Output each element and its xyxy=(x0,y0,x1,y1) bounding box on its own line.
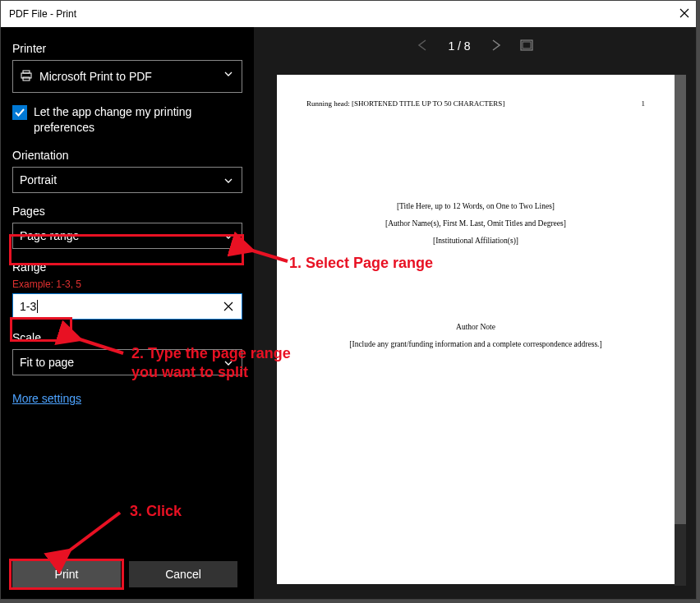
doc-author: [Author Name(s), First M. Last, Omit Tit… xyxy=(306,215,645,232)
scrollbar-thumb[interactable] xyxy=(675,75,686,524)
printer-selected: Microsoft Print to PDF xyxy=(39,70,152,83)
chevron-down-icon xyxy=(223,357,233,371)
svg-rect-4 xyxy=(523,42,531,48)
chevron-down-icon xyxy=(223,231,233,244)
orientation-selected: Portrait xyxy=(20,173,57,186)
pages-selected: Page range xyxy=(20,229,79,242)
range-example: Example: 1-3, 5 xyxy=(12,278,242,290)
dialog-buttons: Print Cancel xyxy=(12,561,237,587)
page-indicator: 1 / 8 xyxy=(448,39,470,53)
clear-icon[interactable] xyxy=(223,301,233,314)
cancel-button[interactable]: Cancel xyxy=(129,561,237,587)
close-icon[interactable] xyxy=(679,7,689,21)
more-settings-link[interactable]: More settings xyxy=(12,392,242,405)
checkbox-checked-icon[interactable] xyxy=(12,105,27,120)
checkbox-label: Let the app change my printing preferenc… xyxy=(34,104,242,136)
pages-dropdown[interactable]: Page range xyxy=(12,223,242,249)
pages-label: Pages xyxy=(12,205,242,218)
preview-panel: 1 / 8 Running head: [SHORTENED TITLE UP … xyxy=(254,27,696,599)
author-note-body: [Include any grant/funding information a… xyxy=(306,336,645,353)
preview-scrollbar[interactable] xyxy=(675,75,686,586)
chevron-down-icon xyxy=(223,175,233,188)
titlebar: PDF File - Print xyxy=(1,1,696,27)
page-number: 1 xyxy=(642,99,646,108)
printer-dropdown[interactable]: Microsoft Print to PDF xyxy=(12,60,242,93)
author-note-heading: Author Note xyxy=(306,319,645,336)
dialog-body: Printer Microsoft Print to PDF Let the a… xyxy=(1,27,696,599)
print-button[interactable]: Print xyxy=(12,561,121,587)
app-preferences-checkbox-row[interactable]: Let the app change my printing preferenc… xyxy=(12,104,242,136)
orientation-label: Orientation xyxy=(12,149,242,162)
svg-rect-1 xyxy=(23,71,30,73)
range-value: 1-3 xyxy=(20,300,36,313)
scale-selected: Fit to page xyxy=(20,356,74,369)
document-preview: Running head: [SHORTENED TITLE UP TO 50 … xyxy=(277,75,675,584)
doc-affiliation: [Institutional Affiliation(s)] xyxy=(306,232,645,250)
scale-dropdown[interactable]: Fit to page xyxy=(12,349,242,375)
settings-panel: Printer Microsoft Print to PDF Let the a… xyxy=(1,27,254,599)
preview-area: Running head: [SHORTENED TITLE UP TO 50 … xyxy=(254,65,696,599)
scale-label: Scale xyxy=(12,331,242,344)
preview-toolbar: 1 / 8 xyxy=(254,27,696,65)
doc-title: [Title Here, up to 12 Words, on One to T… xyxy=(306,198,645,215)
chevron-down-icon xyxy=(223,68,233,81)
running-head: Running head: [SHORTENED TITLE UP TO 50 … xyxy=(306,99,504,108)
range-input[interactable]: 1-3 xyxy=(12,293,242,320)
print-dialog: PDF File - Print Printer Microsoft Print… xyxy=(0,0,697,600)
printer-label: Printer xyxy=(12,42,242,55)
prev-page-icon[interactable] xyxy=(417,39,430,54)
orientation-dropdown[interactable]: Portrait xyxy=(12,167,242,193)
window-title: PDF File - Print xyxy=(9,8,76,20)
printer-icon xyxy=(20,69,33,85)
next-page-icon[interactable] xyxy=(489,39,502,54)
fullscreen-icon[interactable] xyxy=(520,39,533,53)
range-label: Range xyxy=(12,260,242,274)
